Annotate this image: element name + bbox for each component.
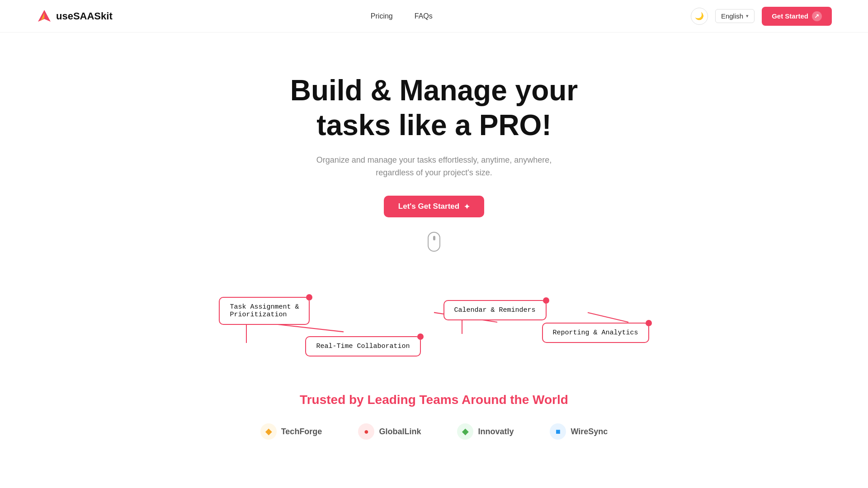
- get-started-button[interactable]: Get Started ↗: [762, 7, 832, 26]
- hero-cta-label: Let's Get Started: [398, 202, 459, 211]
- hero-section: Build & Manage your tasks like a PRO! Or…: [0, 33, 868, 279]
- wiresync-icon: ■: [550, 423, 566, 440]
- logo-text: useSAASkit: [56, 10, 113, 22]
- logo-link[interactable]: useSAASkit: [36, 8, 113, 24]
- techforge-label: TechForge: [281, 427, 322, 436]
- feature-tag-reporting: Reporting & Analytics: [542, 323, 649, 343]
- moon-icon: 🌙: [695, 12, 704, 20]
- sparkle-icon: ✦: [464, 202, 470, 211]
- scroll-indicator: [428, 232, 440, 252]
- globallink-label: GlobalLink: [379, 427, 421, 436]
- dark-mode-toggle[interactable]: 🌙: [691, 8, 708, 25]
- trusted-title: Trusted by Leading Teams Around the Worl…: [9, 393, 859, 407]
- language-label: English: [721, 12, 743, 20]
- hero-headline: Build & Manage your tasks like a PRO!: [290, 73, 578, 143]
- nav-links: Pricing FAQs: [371, 12, 433, 20]
- nav-pricing[interactable]: Pricing: [371, 12, 393, 20]
- techforge-icon: ◆: [260, 423, 277, 440]
- arrow-icon: ↗: [812, 11, 822, 21]
- feature-tag-task-label: Task Assignment &Prioritization: [230, 303, 299, 319]
- innovatly-icon: ◆: [457, 423, 473, 440]
- wiresync-label: WireSync: [571, 427, 608, 436]
- hero-subtext: Organize and manage your tasks effortles…: [307, 154, 561, 180]
- feature-tag-reporting-label: Reporting & Analytics: [553, 329, 638, 337]
- language-selector[interactable]: English ▾: [715, 9, 755, 23]
- scroll-dot: [433, 236, 435, 240]
- feature-tag-collab-label: Real-Time Collaboration: [316, 343, 410, 350]
- feature-tag-task: Task Assignment &Prioritization: [219, 297, 310, 343]
- brand-globallink: ● GlobalLink: [358, 423, 421, 440]
- globallink-icon: ●: [358, 423, 374, 440]
- navbar: useSAASkit Pricing FAQs 🌙 English ▾ Get …: [0, 0, 868, 33]
- brand-techforge: ◆ TechForge: [260, 423, 322, 440]
- innovatly-label: Innovatly: [478, 427, 514, 436]
- brand-wiresync: ■ WireSync: [550, 423, 608, 440]
- brand-innovatly: ◆ Innovatly: [457, 423, 514, 440]
- trusted-section: Trusted by Leading Teams Around the Worl…: [0, 366, 868, 453]
- brand-logos: ◆ TechForge ● GlobalLink ◆ Innovatly ■ W…: [9, 423, 859, 440]
- feature-tags-section: Task Assignment &Prioritization Real-Tim…: [0, 279, 868, 366]
- get-started-label: Get Started: [772, 12, 808, 20]
- hero-cta-button[interactable]: Let's Get Started ✦: [384, 196, 484, 217]
- nav-right: 🌙 English ▾ Get Started ↗: [691, 7, 832, 26]
- feature-tag-collab: Real-Time Collaboration: [305, 336, 420, 357]
- feature-tag-calendar-label: Calendar & Reminders: [454, 306, 536, 314]
- chevron-down-icon: ▾: [746, 13, 749, 19]
- logo-icon: [36, 8, 52, 24]
- nav-faqs[interactable]: FAQs: [415, 12, 433, 20]
- feature-tag-calendar: Calendar & Reminders: [443, 300, 547, 334]
